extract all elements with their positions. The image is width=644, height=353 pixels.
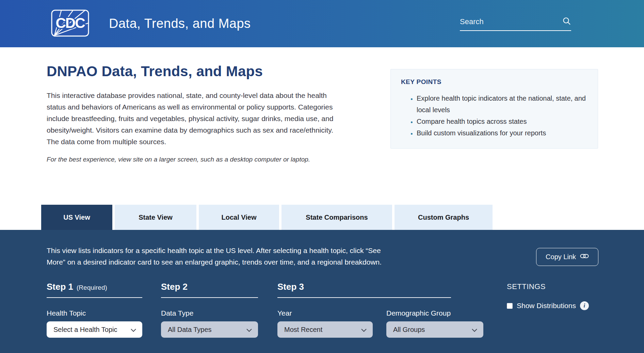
demographic-group-select[interactable]: All Groups [386, 321, 483, 338]
key-points-list: Explore health topic indicators at the n… [401, 93, 587, 139]
link-icon [580, 253, 589, 261]
settings-column: SETTINGS Show Distributions i [507, 282, 589, 338]
copy-link-label: Copy Link [546, 253, 576, 261]
step-2-column: Step 2 Data Type All Data Types [161, 282, 258, 338]
settings-title: SETTINGS [507, 282, 589, 291]
tab-state-comparisons[interactable]: State Comparisons [281, 205, 392, 230]
app-header: CDC Data, Trends, and Maps [0, 0, 644, 47]
demographic-group-label: Demographic Group [386, 309, 483, 317]
year-label: Year [277, 309, 373, 317]
cdc-logo[interactable]: CDC [51, 10, 89, 38]
show-distributions-label: Show Distributions [517, 302, 576, 310]
data-type-select-value: All Data Types [168, 326, 212, 334]
copy-link-button[interactable]: Copy Link [536, 248, 598, 266]
step-1-title: Step 1 [47, 282, 73, 292]
data-type-select[interactable]: All Data Types [161, 321, 258, 338]
page: CDC Data, Trends, and Maps DNPAO Data, T… [0, 0, 644, 353]
step-3-column: Step 3 Year Most Recent Demog [277, 282, 483, 338]
chevron-down-icon [361, 326, 367, 334]
svg-text:CDC: CDC [56, 15, 85, 31]
step-1-required-note: (Required) [77, 284, 107, 291]
view-description: This view lists indicators for a specifi… [47, 245, 399, 268]
step-divider [47, 297, 142, 298]
steps-row: Step 1 (Required) Health Topic Select a … [0, 282, 644, 338]
key-point-item: Build custom visualizations for your rep… [417, 127, 587, 139]
step-1-column: Step 1 (Required) Health Topic Select a … [47, 282, 142, 338]
demographic-group-select-value: All Groups [393, 326, 425, 334]
key-point-item: Compare health topics across states [417, 116, 587, 127]
us-view-panel: This view lists indicators for a specifi… [0, 230, 644, 353]
key-points-title: KEY POINTS [401, 78, 587, 86]
view-tabs: US View State View Local View State Comp… [41, 205, 644, 230]
chevron-down-icon [472, 326, 477, 334]
health-topic-label: Health Topic [47, 309, 142, 317]
data-type-label: Data Type [161, 309, 258, 317]
demographic-group-field: Demographic Group All Groups [386, 298, 483, 338]
app-title: Data, Trends, and Maps [109, 16, 251, 31]
year-select[interactable]: Most Recent [277, 321, 373, 338]
hero-section: DNPAO Data, Trends, and Maps This intera… [0, 47, 644, 205]
key-points-box: KEY POINTS Explore health topic indicato… [390, 69, 598, 149]
page-title: DNPAO Data, Trends, and Maps [47, 63, 346, 80]
info-icon[interactable]: i [580, 301, 589, 310]
hero-text-column: DNPAO Data, Trends, and Maps This intera… [47, 63, 346, 205]
panel-top-row: This view lists indicators for a specifi… [0, 230, 644, 268]
key-point-item: Explore health topic indicators at the n… [417, 93, 587, 116]
tab-us-view[interactable]: US View [41, 205, 112, 230]
year-select-value: Most Recent [284, 326, 322, 334]
search-icon[interactable] [562, 17, 571, 27]
search-bar [460, 17, 571, 31]
tab-local-view[interactable]: Local View [199, 205, 279, 230]
chevron-down-icon [246, 326, 252, 334]
step-divider [161, 297, 258, 298]
step-3-title: Step 3 [277, 282, 304, 292]
tab-custom-graphs[interactable]: Custom Graphs [395, 205, 493, 230]
year-field: Year Most Recent [277, 298, 373, 338]
health-topic-select[interactable]: Select a Health Topic [47, 321, 142, 338]
search-input[interactable] [460, 17, 559, 26]
show-distributions-checkbox[interactable] [507, 303, 513, 309]
health-topic-select-value: Select a Health Topic [53, 326, 117, 334]
step-2-title: Step 2 [161, 282, 188, 292]
chevron-down-icon [131, 326, 136, 334]
page-description: This interactive database provides natio… [47, 90, 346, 148]
screen-size-note: For the best experience, view site on a … [47, 156, 346, 163]
tab-state-view[interactable]: State View [115, 205, 196, 230]
